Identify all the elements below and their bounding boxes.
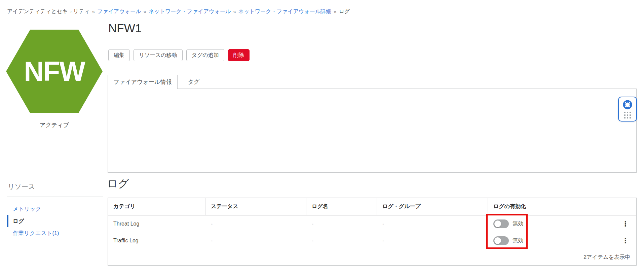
toggle-knob: [494, 220, 501, 227]
breadcrumb-separator: »: [233, 9, 236, 14]
cell-log-group: -: [377, 221, 488, 227]
cell-enable-log: 無効 ⋮: [488, 219, 636, 228]
panel-top-border: [177, 89, 637, 89]
sidebar-item-metrics[interactable]: メトリック: [7, 203, 59, 215]
top-divider: [0, 3, 644, 3]
cell-log-group: -: [377, 238, 488, 244]
column-header-log-name: ログ名: [306, 198, 377, 215]
edit-button[interactable]: 編集: [108, 49, 130, 61]
breadcrumb-item-network-firewall-details[interactable]: ネットワーク・ファイアウォール詳細: [238, 8, 332, 15]
firewall-information-panel: [108, 89, 637, 173]
cell-category: Traffic Log: [108, 238, 205, 244]
column-header-category: カテゴリ: [108, 198, 205, 215]
add-tags-button[interactable]: タグの追加: [186, 49, 224, 61]
cell-category: Threat Log: [108, 221, 205, 227]
resources-section-title: リソース: [8, 182, 35, 191]
item-count-label: 2アイテムを表示中: [583, 254, 630, 261]
log-section-title: ログ: [107, 176, 129, 191]
breadcrumb-separator: »: [334, 9, 336, 14]
delete-button[interactable]: 削除: [228, 49, 250, 61]
toggle-state-label: 無効: [513, 220, 523, 227]
action-button-row: 編集 リソースの移動 タグの追加 削除: [108, 49, 250, 61]
resources-nav: メトリック ログ 作業リクエスト(1): [7, 203, 59, 239]
breadcrumb: アイデンティティとセキュリティ » ファイアウォール » ネットワーク・ファイア…: [7, 8, 350, 15]
breadcrumb-item-network-firewall[interactable]: ネットワーク・ファイアウォール: [149, 8, 231, 15]
tab-tags[interactable]: タグ: [178, 75, 210, 89]
resource-badge-area: NFW アクティブ: [6, 30, 103, 129]
tab-bar: ファイアウォール情報 タグ: [108, 75, 210, 89]
traffic-log-toggle[interactable]: [493, 236, 509, 245]
kebab-menu-icon[interactable]: ⋮: [620, 237, 631, 244]
tab-firewall-information[interactable]: ファイアウォール情報: [108, 75, 178, 89]
breadcrumb-item-logs-current: ログ: [339, 8, 350, 15]
cell-log-name: -: [306, 238, 377, 244]
breadcrumb-item-identity-security: アイデンティティとセキュリティ: [7, 8, 90, 15]
cell-status: -: [205, 221, 306, 227]
sidebar-item-logs[interactable]: ログ: [7, 215, 59, 227]
log-table-header: カテゴリ ステータス ログ名 ログ・グループ ログの有効化: [108, 198, 636, 215]
table-row-threat-log: Threat Log - - - 無効 ⋮: [108, 215, 636, 232]
breadcrumb-separator: »: [144, 9, 146, 14]
column-header-log-group: ログ・グループ: [377, 198, 488, 215]
table-row-traffic-log: Traffic Log - - - 無効 ⋮: [108, 232, 636, 249]
life-buoy-icon: [622, 100, 633, 110]
breadcrumb-item-firewalls[interactable]: ファイアウォール: [97, 8, 141, 15]
dots-grid-icon: [624, 112, 631, 119]
log-table: カテゴリ ステータス ログ名 ログ・グループ ログの有効化 Threat Log…: [108, 198, 637, 266]
kebab-menu-icon[interactable]: ⋮: [620, 220, 631, 227]
resource-hexagon-icon: NFW: [6, 30, 103, 113]
resource-status-label: アクティブ: [6, 121, 103, 129]
cell-enable-log: 無効 ⋮: [488, 236, 636, 245]
cell-log-name: -: [306, 221, 377, 227]
breadcrumb-separator: »: [92, 9, 95, 14]
table-footer: 2アイテムを表示中: [108, 249, 636, 265]
help-support-widget[interactable]: [618, 97, 637, 122]
sidebar-divider: [7, 197, 103, 197]
page-title: NFW1: [108, 22, 142, 35]
toggle-knob: [494, 237, 501, 244]
column-header-status: ステータス: [205, 198, 306, 215]
resource-type-label: NFW: [24, 56, 85, 87]
toggle-state-label: 無効: [513, 237, 523, 244]
move-resource-button[interactable]: リソースの移動: [134, 49, 183, 61]
column-header-enable-log: ログの有効化: [488, 198, 636, 215]
threat-log-toggle[interactable]: [493, 219, 509, 228]
cell-status: -: [205, 238, 306, 244]
sidebar-item-work-requests[interactable]: 作業リクエスト(1): [7, 227, 59, 239]
